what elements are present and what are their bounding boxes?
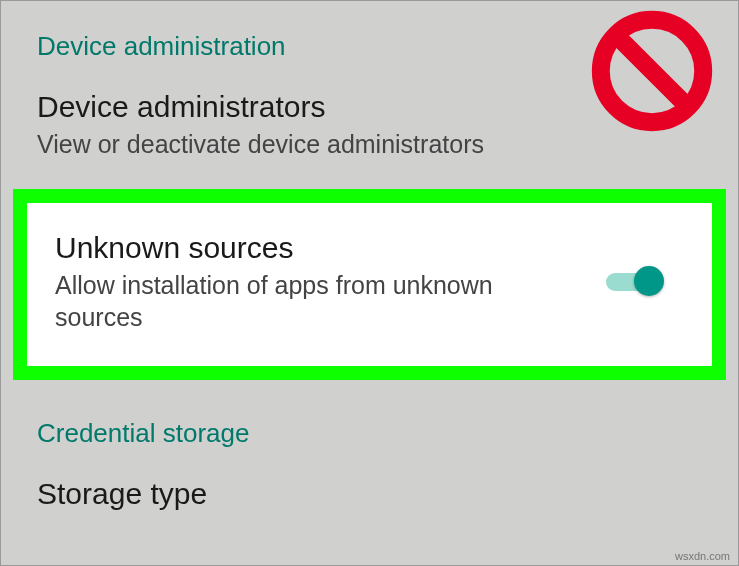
- toggle-thumb: [634, 266, 664, 296]
- unknown-sources-toggle[interactable]: [606, 264, 664, 300]
- storage-type-item[interactable]: Storage type: [1, 459, 738, 535]
- storage-type-title: Storage type: [37, 477, 702, 511]
- unknown-sources-subtitle: Allow installation of apps from unknown …: [55, 269, 515, 334]
- unknown-sources-item[interactable]: Unknown sources Allow installation of ap…: [27, 203, 712, 366]
- unknown-sources-highlight: Unknown sources Allow installation of ap…: [13, 189, 726, 380]
- unknown-sources-title: Unknown sources: [55, 231, 515, 265]
- watermark-text: wsxdn.com: [675, 550, 730, 562]
- svg-line-1: [619, 38, 686, 105]
- prohibit-icon: [588, 7, 716, 135]
- credential-storage-header: Credential storage: [1, 388, 738, 459]
